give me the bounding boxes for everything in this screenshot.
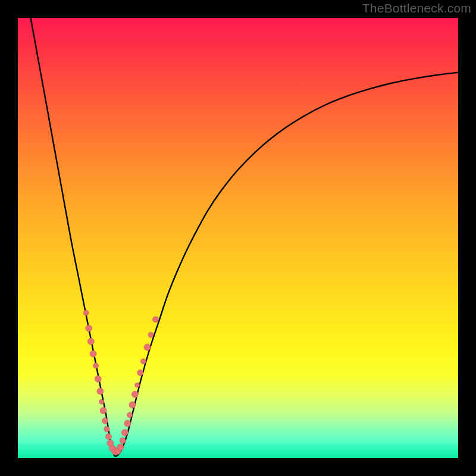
data-marker (83, 310, 89, 315)
data-marker (124, 420, 131, 427)
data-marker (87, 338, 94, 345)
data-marker (99, 399, 104, 404)
data-marker (153, 317, 159, 322)
data-markers (83, 310, 158, 455)
chart-svg (18, 18, 458, 458)
data-marker (131, 391, 138, 397)
data-marker (127, 412, 132, 418)
data-marker (100, 408, 107, 414)
data-marker (129, 402, 136, 408)
data-marker (105, 434, 111, 440)
data-marker (95, 375, 101, 382)
data-marker (140, 359, 146, 364)
data-marker (102, 418, 108, 424)
data-marker (90, 350, 96, 357)
data-marker (117, 444, 124, 450)
data-marker (121, 430, 128, 436)
data-marker (120, 437, 126, 443)
plot-area (18, 18, 458, 458)
data-marker (144, 344, 151, 350)
chart-frame: TheBottleneck.com (0, 0, 476, 476)
data-marker (148, 332, 154, 337)
data-marker (93, 363, 98, 368)
data-marker (137, 369, 143, 375)
bottleneck-curve (27, 18, 458, 456)
data-marker (97, 388, 104, 394)
data-marker (104, 426, 109, 431)
data-marker (86, 325, 92, 331)
data-marker (135, 383, 140, 387)
watermark-text: TheBottleneck.com (362, 1, 471, 15)
